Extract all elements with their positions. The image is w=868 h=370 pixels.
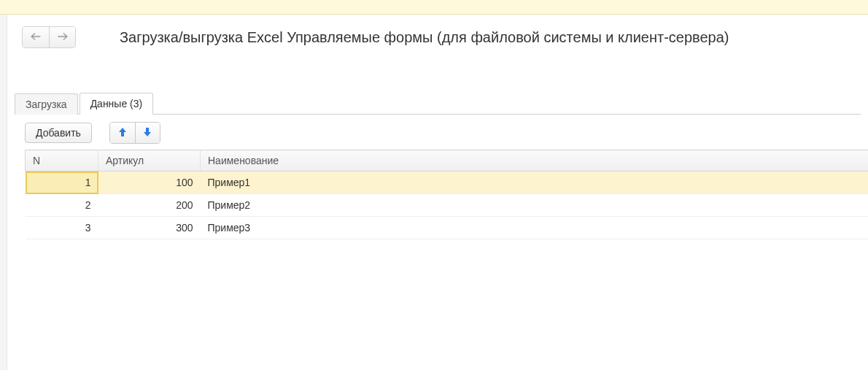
table-row[interactable]: 1100Пример1: [26, 171, 869, 194]
arrow-up-icon: [117, 126, 128, 140]
col-header-name[interactable]: Наименование: [201, 150, 869, 171]
cell-n[interactable]: 3: [26, 217, 98, 239]
table-row[interactable]: 3300Пример3: [26, 217, 869, 239]
arrow-right-icon: [57, 31, 69, 43]
cell-article[interactable]: 300: [98, 217, 201, 239]
cell-name[interactable]: Пример1: [201, 171, 869, 194]
table-header-row: N Артикул Наименование: [26, 150, 869, 171]
page-title: Загрузка/выгрузка Excel Управляемые форм…: [120, 29, 729, 46]
data-table: N Артикул Наименование 1100Пример12200Пр…: [25, 150, 868, 239]
arrow-down-icon: [142, 126, 152, 140]
cell-n[interactable]: 2: [26, 194, 98, 217]
cell-name[interactable]: Пример2: [201, 194, 869, 217]
left-rail: [0, 15, 7, 370]
cell-n[interactable]: 1: [26, 171, 98, 194]
cell-article[interactable]: 200: [98, 194, 201, 217]
col-header-n[interactable]: N: [26, 150, 98, 171]
tab-load[interactable]: Загрузка: [15, 93, 78, 115]
cell-article[interactable]: 100: [98, 171, 201, 194]
forward-button[interactable]: [49, 27, 75, 47]
arrow-left-icon: [30, 31, 42, 43]
move-button-group: [109, 122, 160, 144]
move-down-button[interactable]: [135, 123, 160, 143]
add-button[interactable]: Добавить: [25, 123, 92, 143]
move-up-button[interactable]: [110, 123, 135, 143]
tab-data[interactable]: Данные (3): [80, 93, 154, 115]
table-row[interactable]: 2200Пример2: [26, 194, 869, 217]
col-header-article[interactable]: Артикул: [98, 150, 201, 171]
top-notification-band: [0, 0, 868, 15]
cell-name[interactable]: Пример3: [201, 217, 869, 239]
toolbar: Добавить: [15, 115, 861, 150]
nav-button-group: [22, 26, 76, 48]
tabs: Загрузка Данные (3): [15, 92, 861, 115]
back-button[interactable]: [23, 27, 49, 47]
